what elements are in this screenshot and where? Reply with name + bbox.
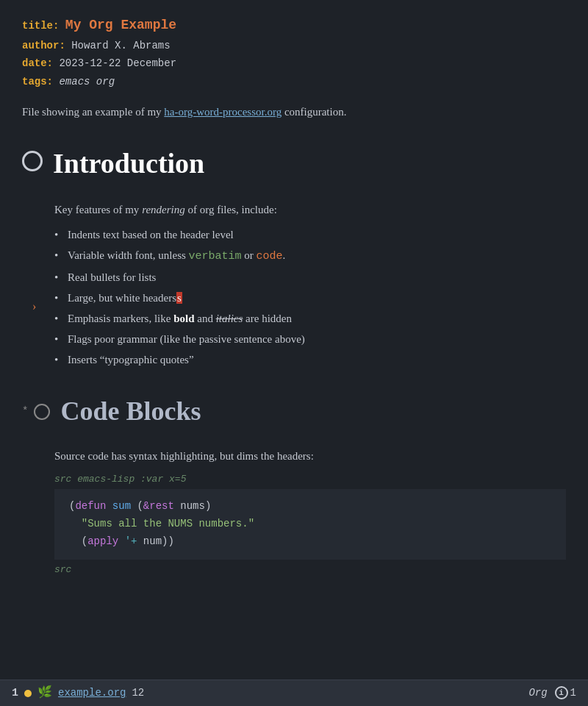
status-right: Org i 1 <box>528 685 576 701</box>
intro-list-wrapper: › Indents text based on the header level… <box>54 226 566 368</box>
description-text-before: File showing an example of my <box>22 106 164 118</box>
status-mode: Org <box>528 685 547 701</box>
status-dot-icon <box>24 690 32 697</box>
list-item-text: Flags poor grammar (like the passive sen… <box>68 333 305 345</box>
bold-text: bold <box>173 313 194 324</box>
intro-section-header: Introduction <box>22 141 566 186</box>
list-item-text: Inserts “typographic quotes” <box>68 354 194 366</box>
kw-apply: apply <box>87 535 118 547</box>
kw-string: "Sums all the NUMS numbers." <box>82 518 254 530</box>
meta-date-line: date: 2023-12-22 December <box>22 55 566 71</box>
code-block: (defun sum (&rest nums) "Sums all the NU… <box>54 489 566 559</box>
list-item-text: Real bullets for lists <box>68 271 156 283</box>
code-block-footer: src <box>54 563 566 578</box>
meta-author-value: Howard X. Abrams <box>71 40 170 51</box>
intro-text-before: Key features of my <box>54 204 142 215</box>
kw-sum: sum <box>112 500 131 512</box>
status-info-count: 1 <box>570 685 576 701</box>
list-item: Variable width font, unless verbatim or … <box>54 246 566 265</box>
intro-description: Key features of my rendering of org file… <box>54 201 566 218</box>
paren: )) <box>162 535 174 547</box>
code-block-header: src emacs-lisp :var x=5 <box>54 472 566 488</box>
meta-author-line: author: Howard X. Abrams <box>22 38 566 54</box>
kw-plus-sym: + <box>131 535 137 547</box>
intro-circle-icon <box>22 151 43 171</box>
code-block-container: src emacs-lisp :var x=5 (defun sum (&res… <box>54 472 566 577</box>
paren: ( <box>82 535 87 547</box>
description-text-after: configuration. <box>282 106 346 118</box>
code-circle-icon <box>34 404 50 420</box>
verbatim-text: verbatim <box>189 250 242 263</box>
metadata-block: title: My Org Example author: Howard X. … <box>22 15 566 90</box>
code-line-2: "Sums all the NUMS numbers." <box>69 516 551 533</box>
meta-tags-value: emacs org <box>59 76 115 88</box>
description-link[interactable]: ha-org-word-processor.org <box>164 106 282 118</box>
list-item: Real bullets for lists <box>54 268 566 286</box>
meta-tags-key: tags: <box>22 76 53 88</box>
paren: ) <box>205 500 211 512</box>
status-filename[interactable]: example.org <box>58 685 126 701</box>
code-text: code <box>257 250 283 263</box>
intro-section-content: Key features of my rendering of org file… <box>22 201 566 368</box>
list-item-text: Large, but white headerss <box>68 292 182 304</box>
code-line-3: (apply '+ num)) <box>69 533 551 551</box>
list-item-text: Variable width font, unless verbatim or … <box>68 249 285 261</box>
meta-author-key: author: <box>22 40 65 51</box>
code-section-content: Source code has syntax highlighting, but… <box>22 447 566 577</box>
intro-section-icon <box>22 151 43 177</box>
list-item: Flags poor grammar (like the passive sen… <box>54 330 566 348</box>
list-item-text: Emphasis markers, like bold and italics … <box>68 313 292 324</box>
list-item: Indents text based on the header level <box>54 226 566 243</box>
kw-num: num <box>143 535 162 547</box>
meta-date-value: 2023-12-22 December <box>59 57 176 69</box>
description-paragraph: File showing an example of my ha-org-wor… <box>22 103 566 121</box>
kw-plus: ' <box>125 535 131 547</box>
kw-defun: defun <box>75 500 106 512</box>
status-info-block: i 1 <box>555 685 576 701</box>
meta-date-key: date: <box>22 57 53 69</box>
list-item: Emphasis markers, like bold and italics … <box>54 310 566 327</box>
code-section-header: * Code Blocks <box>22 391 566 433</box>
code-section-title: Code Blocks <box>60 391 201 433</box>
list-item: Large, but white headerss <box>54 289 566 307</box>
code-description: Source code has syntax highlighting, but… <box>54 447 566 465</box>
meta-title-key: title: <box>22 20 59 32</box>
meta-tags-line: tags: emacs org <box>22 74 566 90</box>
cursor: s <box>176 292 182 304</box>
status-left: 1 🌿 example.org 12 <box>12 684 528 703</box>
meta-title-value: My Org Example <box>65 18 176 32</box>
status-bar: 1 🌿 example.org 12 Org i 1 <box>0 680 588 706</box>
list-item: Inserts “typographic quotes” <box>54 351 566 368</box>
list-item-text: Indents text based on the header level <box>68 229 234 240</box>
kw-nums: nums <box>180 500 205 512</box>
status-file-icon: 🌿 <box>37 684 52 703</box>
code-section-icon: * <box>22 403 50 419</box>
paren: ( <box>137 500 143 512</box>
kw-amp: &rest <box>143 500 174 512</box>
intro-text-after: of org files, include: <box>185 204 277 215</box>
star-icon: * <box>22 403 28 419</box>
content-area: title: My Org Example author: Howard X. … <box>0 0 588 658</box>
meta-title-line: title: My Org Example <box>22 15 566 36</box>
intro-bullet-list: Indents text based on the header level V… <box>54 226 566 368</box>
status-info-circle-icon: i <box>555 686 568 699</box>
intro-text-italic: rendering <box>142 204 185 215</box>
code-line-1: (defun sum (&rest nums) <box>69 498 551 516</box>
status-column: 12 <box>132 685 144 701</box>
italic-text: italics <box>216 313 243 324</box>
status-line-number: 1 <box>12 685 18 702</box>
intro-section-title: Introduction <box>53 141 204 186</box>
list-arrow-indicator: › <box>32 297 36 316</box>
